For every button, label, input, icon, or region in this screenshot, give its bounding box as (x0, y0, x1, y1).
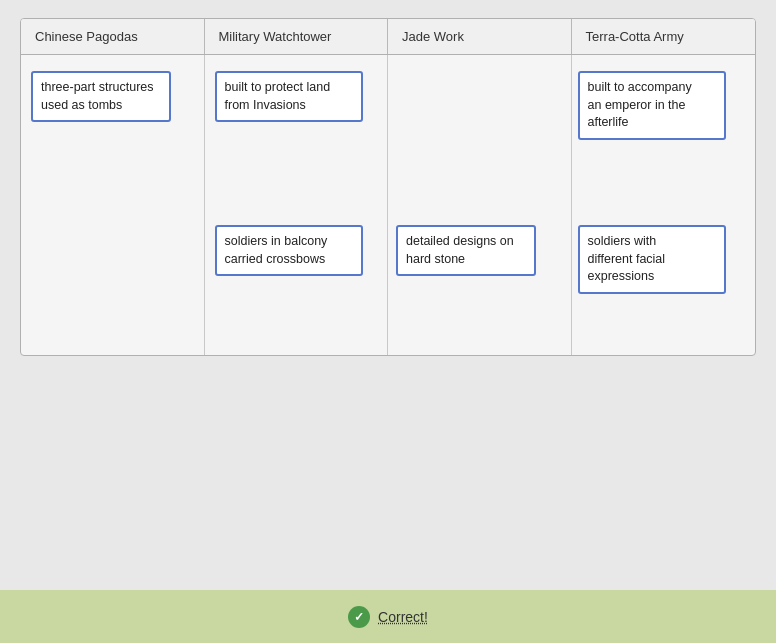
correct-label: Correct! (378, 609, 428, 625)
empty-area (20, 356, 756, 572)
header-chinese-pagodas: Chinese Pagodas (21, 19, 205, 54)
col-terra-cotta: built to accompanyan emperor in theafter… (572, 55, 756, 355)
header-jade-work: Jade Work (388, 19, 572, 54)
card-pagodas-1-text: three-part structuresused as tombs (41, 80, 154, 112)
table-header: Chinese Pagodas Military Watchtower Jade… (21, 19, 755, 55)
card-terra-1[interactable]: built to accompanyan emperor in theafter… (578, 71, 726, 140)
card-jade-1[interactable]: detailed designs onhard stone (396, 225, 536, 276)
table-container: Chinese Pagodas Military Watchtower Jade… (20, 18, 756, 356)
card-military-1-text: built to protect landfrom Invasions (225, 80, 331, 112)
card-jade-1-text: detailed designs onhard stone (406, 234, 514, 266)
bottom-bar: ✓ Correct! (0, 590, 776, 643)
header-terra-cotta: Terra-Cotta Army (572, 19, 756, 54)
card-terra-2[interactable]: soldiers withdifferent facialexpressions (578, 225, 726, 294)
col-military-watchtower: built to protect landfrom Invasions sold… (205, 55, 389, 355)
header-military-watchtower: Military Watchtower (205, 19, 389, 54)
table-body: three-part structuresused as tombs built… (21, 55, 755, 355)
col-jade-work: detailed designs onhard stone (388, 55, 572, 355)
card-military-2-text: soldiers in balconycarried crossbows (225, 234, 328, 266)
card-pagodas-1[interactable]: three-part structuresused as tombs (31, 71, 171, 122)
card-military-1[interactable]: built to protect landfrom Invasions (215, 71, 363, 122)
correct-icon: ✓ (348, 606, 370, 628)
card-terra-1-text: built to accompanyan emperor in theafter… (588, 80, 692, 129)
checkmark-icon: ✓ (354, 611, 364, 623)
main-area: Chinese Pagodas Military Watchtower Jade… (0, 0, 776, 590)
card-military-2[interactable]: soldiers in balconycarried crossbows (215, 225, 363, 276)
col-chinese-pagodas: three-part structuresused as tombs (21, 55, 205, 355)
card-terra-2-text: soldiers withdifferent facialexpressions (588, 234, 666, 283)
